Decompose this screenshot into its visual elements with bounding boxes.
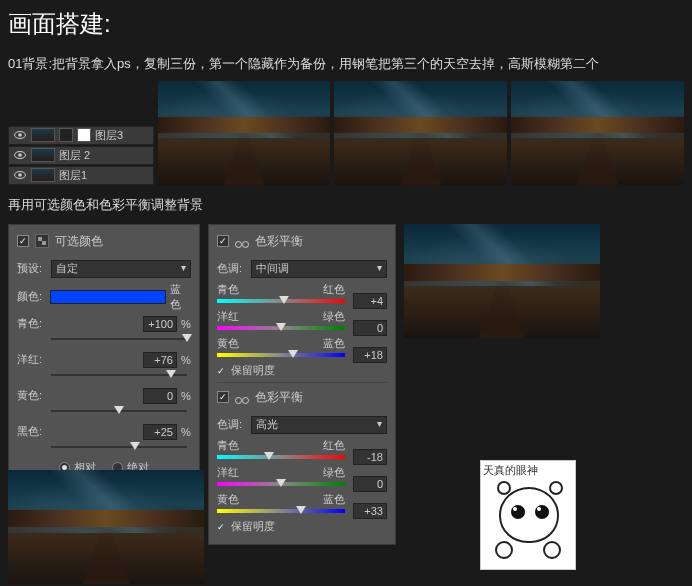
slider-track[interactable]: +33 bbox=[217, 509, 345, 513]
slider-left-label: 洋红 bbox=[217, 309, 239, 324]
preset-select[interactable]: 自定 bbox=[51, 260, 191, 278]
slider-track[interactable] bbox=[51, 440, 187, 454]
slider-left-label: 洋红 bbox=[217, 465, 239, 480]
slider-track[interactable]: -18 bbox=[217, 455, 345, 459]
color-balance-icon bbox=[235, 235, 249, 247]
slider-track[interactable]: 0 bbox=[217, 326, 345, 330]
slider-label: 青色: bbox=[17, 316, 47, 331]
tone-select[interactable]: 高光 bbox=[251, 416, 387, 434]
cartoon-caption: 天真的眼神 bbox=[481, 461, 575, 480]
layer-name: 图层1 bbox=[59, 168, 87, 183]
svg-point-1 bbox=[18, 133, 22, 137]
slider-left-label: 黄色 bbox=[217, 492, 239, 507]
slider-track[interactable]: 0 bbox=[217, 482, 345, 486]
selective-color-panel: 可选颜色 预设: 自定 颜色: 蓝色 青色:+100% 洋红:+76% 黄色:0… bbox=[8, 224, 200, 482]
slider-value[interactable]: +4 bbox=[353, 293, 387, 309]
preview-3 bbox=[511, 81, 684, 185]
layer-name: 图层3 bbox=[95, 128, 123, 143]
tone-label: 色调: bbox=[217, 261, 247, 276]
slider-right-label: 红色 bbox=[323, 438, 345, 453]
svg-point-5 bbox=[18, 173, 22, 177]
slider-value[interactable]: +18 bbox=[353, 347, 387, 363]
color-swatch[interactable] bbox=[50, 290, 166, 304]
slider-left-label: 青色 bbox=[217, 438, 239, 453]
layer-thumb bbox=[31, 168, 55, 182]
slider-value[interactable]: +25 bbox=[143, 424, 177, 440]
tone-select[interactable]: 中间调 bbox=[251, 260, 387, 278]
visibility-icon[interactable] bbox=[13, 128, 27, 142]
panel-title: 色彩平衡 bbox=[255, 389, 303, 406]
slider-value[interactable]: +33 bbox=[353, 503, 387, 519]
panel-toggle-checkbox[interactable] bbox=[217, 391, 229, 403]
slider-right-label: 红色 bbox=[323, 282, 345, 297]
color-name: 蓝色 bbox=[170, 282, 191, 312]
slider-value[interactable]: +100 bbox=[143, 316, 177, 332]
panel-toggle-checkbox[interactable] bbox=[217, 235, 229, 247]
color-balance-panel: 色彩平衡 色调: 中间调 青色红色 +4洋红绿色 0黄色蓝色 +18 保留明度 … bbox=[208, 224, 396, 545]
preview-1 bbox=[158, 81, 331, 185]
slider-value[interactable]: -18 bbox=[353, 449, 387, 465]
cartoon-sticker: 天真的眼神 bbox=[480, 460, 576, 570]
preserve-luminosity-checkbox[interactable] bbox=[217, 364, 225, 376]
slider-value[interactable]: 0 bbox=[143, 388, 177, 404]
subtitle: 再用可选颜色和色彩平衡调整背景 bbox=[8, 196, 684, 214]
layer-name: 图层 2 bbox=[59, 148, 90, 163]
slider-label: 黑色: bbox=[17, 424, 47, 439]
preset-label: 预设: bbox=[17, 261, 47, 276]
tone-label: 色调: bbox=[217, 417, 247, 432]
slider-label: 洋红: bbox=[17, 352, 47, 367]
slider-track[interactable] bbox=[51, 368, 187, 382]
slider-right-label: 绿色 bbox=[323, 465, 345, 480]
layer-thumb bbox=[31, 128, 55, 142]
selective-color-icon bbox=[35, 234, 49, 248]
slider-value[interactable]: +76 bbox=[143, 352, 177, 368]
color-label: 颜色: bbox=[17, 289, 46, 304]
slider-value[interactable]: 0 bbox=[353, 320, 387, 336]
slider-left-label: 青色 bbox=[217, 282, 239, 297]
preserve-label: 保留明度 bbox=[231, 519, 275, 534]
slider-right-label: 蓝色 bbox=[323, 492, 345, 507]
layer-row[interactable]: 图层3 bbox=[8, 126, 154, 145]
layer-thumb bbox=[31, 148, 55, 162]
slider-right-label: 绿色 bbox=[323, 309, 345, 324]
layer-row[interactable]: 图层1 bbox=[8, 166, 154, 185]
layer-mask-icon bbox=[77, 128, 91, 142]
panel-title: 可选颜色 bbox=[55, 233, 103, 250]
slider-track[interactable]: +18 bbox=[217, 353, 345, 357]
color-balance-icon bbox=[235, 391, 249, 403]
preview-2 bbox=[334, 81, 507, 185]
slider-value[interactable]: 0 bbox=[353, 476, 387, 492]
page-title: 画面搭建: bbox=[8, 8, 684, 40]
slider-track[interactable] bbox=[51, 404, 187, 418]
slider-label: 黄色: bbox=[17, 388, 47, 403]
visibility-icon[interactable] bbox=[13, 148, 27, 162]
slider-right-label: 蓝色 bbox=[323, 336, 345, 351]
result-preview-2 bbox=[8, 470, 204, 584]
intro-text: 01背景:把背景拿入ps，复制三份，第一个隐藏作为备份，用钢笔把第三个的天空去掉… bbox=[8, 54, 684, 75]
preserve-luminosity-checkbox[interactable] bbox=[217, 520, 225, 532]
panel-title: 色彩平衡 bbox=[255, 233, 303, 250]
preserve-label: 保留明度 bbox=[231, 363, 275, 378]
slider-left-label: 黄色 bbox=[217, 336, 239, 351]
panel-toggle-checkbox[interactable] bbox=[17, 235, 29, 247]
slider-track[interactable]: +4 bbox=[217, 299, 345, 303]
layers-panel: 图层3 图层 2 图层1 bbox=[8, 81, 154, 186]
layer-row[interactable]: 图层 2 bbox=[8, 146, 154, 165]
layer-mask-icon bbox=[59, 128, 73, 142]
result-preview-1 bbox=[404, 224, 600, 338]
svg-point-3 bbox=[18, 153, 22, 157]
visibility-icon[interactable] bbox=[13, 168, 27, 182]
slider-track[interactable] bbox=[51, 332, 187, 346]
